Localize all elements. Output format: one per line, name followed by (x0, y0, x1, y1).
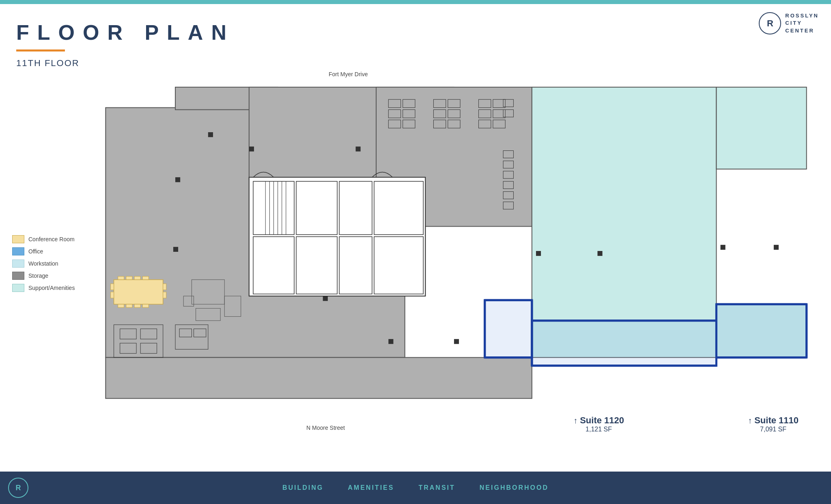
floorplan-container (93, 71, 819, 431)
svg-rect-11 (253, 237, 294, 294)
suite-1110-name: Suite 1110 (754, 415, 799, 426)
legend-item-workstation: Workstation (12, 260, 75, 268)
svg-rect-61 (163, 284, 166, 290)
svg-rect-91 (323, 296, 328, 301)
svg-rect-50 (114, 280, 163, 305)
svg-rect-13 (296, 237, 337, 294)
logo-circle: R (759, 12, 781, 34)
svg-rect-6 (716, 87, 806, 169)
svg-rect-5 (532, 87, 717, 358)
svg-rect-90 (356, 146, 361, 151)
floor-subtitle: 11TH FLOOR (16, 58, 815, 69)
nav-neighborhood[interactable]: NEIGHBORHOOD (480, 484, 549, 491)
svg-rect-99 (208, 132, 213, 137)
svg-rect-97 (774, 245, 779, 250)
svg-rect-94 (536, 251, 541, 256)
svg-rect-55 (118, 304, 124, 307)
svg-rect-98 (173, 247, 178, 252)
logo-area: R ROSSLYNCITYCENTER (759, 12, 819, 34)
suite-1110-sf: 7,091 SF (748, 426, 799, 433)
svg-rect-52 (126, 277, 132, 280)
bottom-logo: R (8, 478, 28, 498)
suite-1110-arrow: ↑ (748, 416, 752, 425)
main-content: R ROSSLYNCITYCENTER FLOOR PLAN 11TH FLOO… (0, 4, 831, 472)
svg-rect-15 (339, 237, 372, 294)
svg-rect-12 (296, 181, 337, 234)
suite-1120-label: ↑ Suite 1120 1,121 SF (573, 415, 624, 433)
svg-rect-76 (532, 321, 717, 366)
legend-swatch-conference (12, 235, 24, 243)
legend-label-conference: Conference Room (28, 236, 75, 242)
suite-1120-arrow: ↑ (573, 416, 577, 425)
svg-rect-100 (175, 177, 180, 182)
svg-rect-92 (388, 339, 393, 344)
legend-swatch-office (12, 247, 24, 255)
legend-item-conference: Conference Room (12, 235, 75, 243)
orange-divider (16, 49, 65, 51)
svg-rect-75 (485, 300, 532, 357)
svg-rect-51 (118, 277, 124, 280)
legend-swatch-amenities (12, 284, 24, 292)
nav-amenities[interactable]: AMENITIES (348, 484, 394, 491)
svg-rect-62 (163, 292, 166, 298)
legend-label-storage: Storage (28, 272, 48, 279)
svg-rect-58 (142, 304, 149, 307)
legend-label-amenities: Support/Amenities (28, 285, 75, 291)
svg-rect-53 (134, 277, 140, 280)
legend-label-office: Office (28, 248, 43, 255)
suite-1120-name: Suite 1120 (580, 415, 624, 426)
svg-rect-14 (339, 181, 372, 234)
legend: Conference Room Office Workstation Stora… (12, 235, 75, 296)
svg-rect-60 (110, 292, 114, 298)
suite-1110-label: ↑ Suite 1110 7,091 SF (748, 415, 799, 433)
svg-rect-63 (192, 280, 224, 305)
svg-rect-77 (716, 304, 806, 357)
svg-rect-54 (142, 277, 149, 280)
svg-rect-16 (374, 181, 423, 234)
svg-rect-17 (374, 237, 423, 294)
nav-building[interactable]: BUILDING (282, 484, 323, 491)
logo-text: ROSSLYNCITYCENTER (785, 12, 819, 34)
page-title: FLOOR PLAN (16, 20, 815, 45)
nav-transit[interactable]: TRANSIT (418, 484, 455, 491)
legend-item-office: Office (12, 247, 75, 255)
legend-item-storage: Storage (12, 272, 75, 280)
suite-1120-sf: 1,121 SF (573, 426, 624, 433)
legend-swatch-storage (12, 272, 24, 280)
svg-rect-59 (110, 284, 114, 290)
svg-rect-95 (598, 251, 603, 256)
svg-rect-8 (105, 358, 532, 399)
legend-label-workstation: Workstation (28, 260, 58, 267)
svg-rect-57 (134, 304, 140, 307)
svg-rect-56 (126, 304, 132, 307)
svg-rect-96 (721, 245, 726, 250)
legend-swatch-workstation (12, 260, 24, 268)
bottom-nav-bar: R BUILDING AMENITIES TRANSIT NEIGHBORHOO… (0, 472, 831, 504)
floorplan-svg (93, 71, 819, 431)
svg-rect-93 (454, 339, 459, 344)
legend-item-amenities: Support/Amenities (12, 284, 75, 292)
svg-rect-89 (249, 146, 254, 151)
top-bar (0, 0, 831, 4)
